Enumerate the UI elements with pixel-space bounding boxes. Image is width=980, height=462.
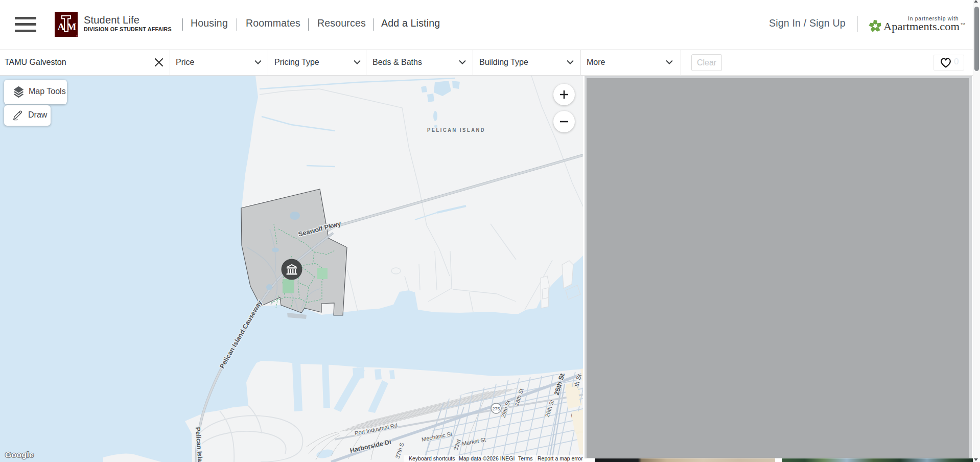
svg-text:Keyboard shortcuts: Keyboard shortcuts	[409, 455, 455, 461]
svg-text:TM: TM	[961, 22, 965, 26]
svg-text:A: A	[58, 21, 65, 32]
svg-text:Map data ©2026 INEGI: Map data ©2026 INEGI	[459, 455, 515, 461]
svg-text:Apartments.com: Apartments.com	[883, 21, 960, 33]
svg-text:Terms: Terms	[518, 455, 533, 461]
svg-text:PELICAN ISLAND: PELICAN ISLAND	[427, 127, 485, 133]
svg-text:275: 275	[492, 406, 500, 411]
svg-text:Report a map error: Report a map error	[538, 455, 583, 461]
svg-text:Google: Google	[5, 450, 34, 459]
